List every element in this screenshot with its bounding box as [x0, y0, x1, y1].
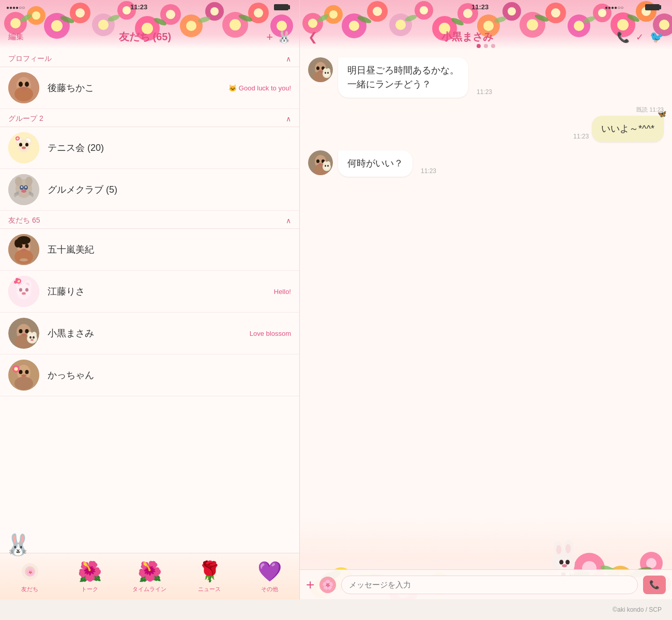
- contact-name-igarashi: 五十嵐美紀: [48, 243, 291, 256]
- contact-name-kacchan: かっちゃん: [48, 369, 291, 381]
- chat-title: 小黒まさみ: [441, 30, 493, 44]
- contact-name-kogure: 小黒まさみ: [48, 327, 250, 339]
- add-button[interactable]: +: [266, 30, 273, 44]
- svg-point-12: [123, 6, 131, 14]
- svg-point-72: [14, 250, 33, 264]
- emoji-button[interactable]: 🌸: [319, 577, 336, 593]
- svg-point-42: [21, 87, 26, 90]
- group-item-gourmet[interactable]: グルメクラブ (5): [0, 169, 299, 211]
- message-row-sent-1: 既読 11:23 11:23 🦋 いいよ～*^^*: [308, 106, 664, 142]
- svg-text:11:23: 11:23: [130, 3, 147, 11]
- svg-point-150: [659, 20, 669, 30]
- svg-point-120: [329, 10, 338, 19]
- tab-label-timeline: タイムライン: [132, 585, 166, 593]
- svg-point-174: [327, 72, 329, 74]
- avatar-kogure: [8, 318, 39, 349]
- edit-button[interactable]: 編集: [8, 32, 24, 42]
- svg-point-216: [556, 545, 561, 554]
- profile-section-header: プロフィール ∧: [0, 49, 299, 67]
- svg-point-122: [349, 21, 359, 31]
- contact-status-eto: Hello!: [274, 288, 291, 296]
- svg-point-134: [483, 21, 494, 31]
- message-time-1: 11:23: [477, 88, 492, 96]
- message-bubble-sent: 🦋 いいよ～*^^*: [592, 116, 664, 142]
- profile-chevron-icon[interactable]: ∧: [286, 55, 291, 63]
- contact-item-eto[interactable]: 江藤りさ Hello!: [0, 271, 299, 313]
- avatar-igarashi: [8, 234, 39, 265]
- message-time-sent: 11:23: [573, 133, 589, 140]
- contact-item-kacchan[interactable]: かっちゃん: [0, 354, 299, 396]
- contact-item-kogure[interactable]: 小黒まさみ Love blossom: [0, 313, 299, 354]
- group-section-title: グループ 2: [8, 114, 43, 123]
- contact-name-eto: 江藤りさ: [48, 285, 274, 298]
- chat-messages: 明日昼ごろ時間あるかな。 一緒にランチどう？ 11:23 既読 11:23 11…: [300, 49, 672, 517]
- svg-point-110: [21, 375, 26, 377]
- friends-title: 友だち (65): [119, 30, 171, 44]
- chat-panel: ●●●●○○ 11:23 ❮ 小黒まさみ 📞 ✓ 🐦: [300, 0, 672, 599]
- svg-point-2: [10, 18, 21, 28]
- svg-point-112: [14, 367, 18, 371]
- bird-icon: 🐦: [650, 30, 664, 44]
- svg-point-104: [30, 339, 34, 341]
- call-icon[interactable]: 📞: [617, 31, 630, 43]
- svg-point-142: [574, 21, 584, 31]
- input-plus-button[interactable]: +: [306, 577, 314, 593]
- tab-news[interactable]: 🌹 ニュース: [179, 560, 239, 593]
- copyright: ©aki kondo / SCP: [0, 599, 672, 620]
- svg-point-22: [230, 19, 241, 30]
- svg-text:●●●●○○: ●●●●○○: [605, 5, 623, 10]
- svg-point-124: [373, 7, 382, 16]
- svg-point-185: [325, 165, 326, 167]
- chat-input-bar: + 🌸 📞: [300, 569, 672, 599]
- svg-point-26: [277, 21, 287, 31]
- svg-point-63: [21, 190, 26, 193]
- svg-point-52: [22, 147, 26, 149]
- svg-rect-35: [274, 4, 288, 10]
- svg-point-140: [551, 8, 560, 18]
- group-name-tennis: テニス会 (20): [48, 142, 291, 154]
- tab-friends[interactable]: 🌸 友だち: [0, 560, 60, 593]
- message-input[interactable]: [341, 576, 638, 594]
- message-bubble-2: 何時がいい？: [338, 150, 413, 177]
- svg-point-58: [25, 177, 33, 186]
- avatar-eto: [8, 276, 39, 307]
- svg-point-103: [33, 336, 35, 339]
- tab-timeline[interactable]: 🌺 タイムライン: [120, 560, 180, 593]
- svg-point-126: [395, 20, 406, 30]
- tab-label-talk: トーク: [81, 585, 98, 593]
- svg-point-219: [566, 560, 570, 565]
- contact-name-goto: 後藤ちかこ: [48, 82, 228, 94]
- svg-point-168: [318, 70, 323, 72]
- group-chevron-icon[interactable]: ∧: [286, 115, 291, 123]
- tab-label-friends: 友だち: [21, 585, 38, 593]
- svg-point-86: [25, 288, 28, 292]
- svg-point-178: [316, 160, 319, 163]
- svg-text:🌸: 🌸: [26, 568, 35, 577]
- friends-section-header: 友だち 65 ∧: [0, 211, 299, 229]
- friends-list-panel: ●●●●○○ 11:23 編集 友だち (65) + 🐰 プロフィール ∧: [0, 0, 300, 599]
- tab-talk[interactable]: 🌺 トーク: [60, 560, 120, 593]
- svg-point-109: [25, 370, 29, 374]
- check-icon[interactable]: ✓: [636, 32, 644, 43]
- svg-point-41: [25, 82, 29, 87]
- group-item-tennis[interactable]: テニス会 (20): [0, 127, 299, 169]
- send-button[interactable]: 📞: [643, 576, 666, 594]
- msg-avatar-1: [308, 57, 333, 82]
- contact-item-goto[interactable]: 後藤ちかこ 🐱 Good luck to you!: [0, 67, 299, 109]
- svg-point-217: [566, 544, 571, 553]
- message-bubble-1: 明日昼ごろ時間あるかな。 一緒にランチどう？: [338, 57, 468, 98]
- friends-chevron-icon[interactable]: ∧: [286, 216, 291, 225]
- svg-point-95: [19, 329, 23, 333]
- svg-point-173: [325, 72, 326, 74]
- contact-item-igarashi[interactable]: 五十嵐美紀: [0, 229, 299, 271]
- svg-point-128: [420, 6, 428, 14]
- back-button[interactable]: ❮: [308, 30, 317, 44]
- message-row-received-1: 明日昼ごろ時間あるかな。 一緒にランチどう？ 11:23: [308, 57, 664, 98]
- friends-content: プロフィール ∧ 後藤ちかこ 🐱 Good: [0, 49, 299, 553]
- tab-other[interactable]: 💜 その他: [239, 560, 299, 593]
- avatar-kacchan: [8, 360, 39, 391]
- svg-point-146: [617, 19, 629, 30]
- svg-point-18: [186, 21, 196, 31]
- tab-bar: 🐰 🌸 友だち 🌺 トーク 🌺 タイムライン: [0, 553, 299, 599]
- message-row-received-2: 何時がいい？ 11:23: [308, 150, 664, 177]
